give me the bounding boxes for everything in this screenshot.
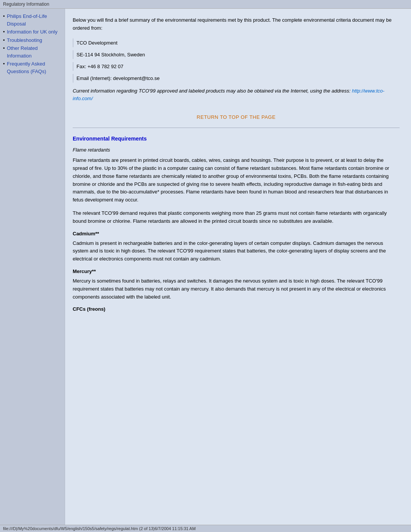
sidebar-item-disposal[interactable]: Philips End-of-Life Disposal	[3, 13, 62, 27]
section-title: Environmental Requirements	[73, 136, 400, 142]
flame-para1: Flame retardants are present in printed …	[73, 157, 400, 204]
section-divider	[73, 128, 400, 128]
sidebar: Philips End-of-Life Disposal Information…	[0, 9, 65, 527]
sidebar-link-disposal[interactable]: Philips End-of-Life Disposal	[7, 13, 47, 27]
sidebar-nav: Philips End-of-Life Disposal Information…	[3, 13, 62, 75]
address-line2: SE-114 94 Stockholm, Sweden	[73, 50, 400, 59]
cadmium-para: Cadmium is present in rechargeable batte…	[73, 240, 400, 263]
return-to-top-section: RETURN TO TOP OF THE PAGE	[73, 114, 400, 120]
cfcs-label: CFCs (freons)	[73, 306, 400, 312]
sidebar-link-uk[interactable]: Information for UK only	[7, 29, 57, 35]
address-line4: Email (Internet): development@tco.se	[73, 74, 400, 83]
mercury-para: Mercury is sometimes found in batteries,…	[73, 277, 400, 301]
return-to-top-link[interactable]: RETURN TO TOP OF THE PAGE	[197, 114, 276, 120]
sidebar-item-other[interactable]: Other Related Information	[3, 45, 62, 59]
main-content: Below you will find a brief summary of t…	[65, 9, 411, 527]
sidebar-link-faqs[interactable]: Frequently Asked Questions (FAQs)	[7, 61, 46, 74]
status-text: file:///D|/My%20documents/dfu/W5/english…	[3, 526, 196, 531]
italic-note: Current information regarding TCO'99 app…	[73, 87, 400, 103]
flame-para2: The relevant TCO'99 demand requires that…	[73, 209, 400, 225]
sidebar-link-other[interactable]: Other Related Information	[7, 45, 38, 59]
intro-paragraph: Below you will find a brief summary of t…	[73, 16, 400, 32]
status-bar: file:///D|/My%20documents/dfu/W5/english…	[0, 525, 411, 532]
flame-retardants-label: Flame retardants	[73, 147, 400, 153]
address-line3: Fax: +46 8 782 92 07	[73, 62, 400, 71]
sidebar-link-troubleshooting[interactable]: Troubleshooting	[7, 37, 42, 43]
cadmium-label: Cadmium**	[73, 231, 400, 236]
page-title: Regulatory Information	[3, 2, 49, 7]
sidebar-item-faqs[interactable]: Frequently Asked Questions (FAQs)	[3, 60, 62, 75]
mercury-label: Mercury**	[73, 268, 400, 274]
sidebar-item-troubleshooting[interactable]: Troubleshooting	[3, 37, 62, 44]
sidebar-item-uk[interactable]: Information for UK only	[3, 28, 62, 36]
top-bar: Regulatory Information	[0, 0, 411, 9]
address-line1: TCO Development	[73, 38, 400, 47]
